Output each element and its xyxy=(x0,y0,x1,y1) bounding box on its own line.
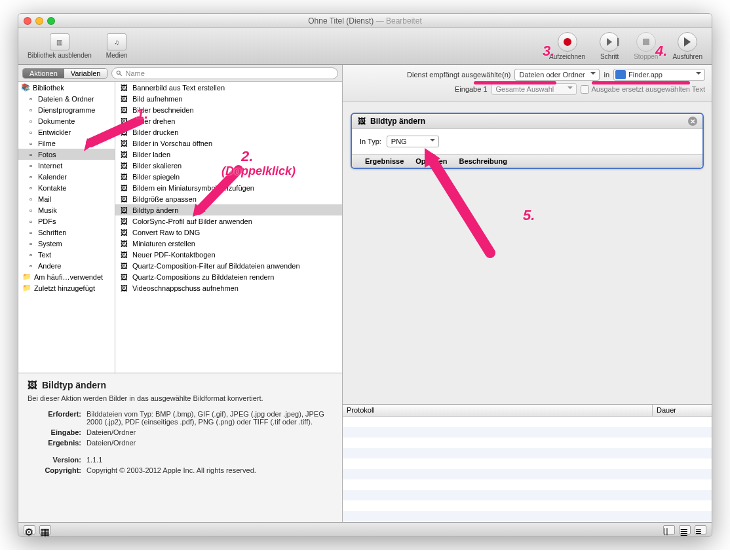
action-item[interactable]: 🖼Videoschnappschuss aufnehmen xyxy=(115,282,342,293)
smart-folder-item[interactable]: 📁Zuletzt hinzugefügt xyxy=(18,282,115,293)
card-tab-description[interactable]: Beschreibung xyxy=(459,157,507,165)
action-item[interactable]: 🖼Bilder skalieren xyxy=(115,160,342,171)
hide-library-button[interactable]: ▥ Bibliothek ausblenden xyxy=(25,32,94,60)
action-card-bildtyp[interactable]: ▼ 🖼 Bildtyp ändern ✕ In Typ: PNG Ergebni… xyxy=(351,113,704,169)
category-item[interactable]: ▫Schriften xyxy=(18,227,115,238)
category-item[interactable]: ▫Internet xyxy=(18,160,115,171)
category-item[interactable]: ▫Filme xyxy=(18,138,115,149)
input1-popup[interactable]: Gesamte Auswahl xyxy=(491,83,577,95)
library-icon: ▥ xyxy=(50,33,69,50)
svg-line-1 xyxy=(120,73,122,75)
action-item[interactable]: 🖼Quartz-Composition-Filter auf Bilddatei… xyxy=(115,260,342,271)
service-in-label: in xyxy=(604,71,609,79)
action-item[interactable]: 🖼Bild aufnehmen xyxy=(115,93,342,104)
category-list[interactable]: ▼📚Bibliothek ▫Dateien & Ordner▫Dienstpro… xyxy=(18,82,115,373)
titlebar: Ohne Titel (Dienst) — Bearbeitet xyxy=(18,14,712,28)
action-item[interactable]: 🖼Bilder laden xyxy=(115,149,342,160)
title-suffix: — Bearbeitet xyxy=(376,16,422,26)
action-item-icon: 🖼 xyxy=(119,272,128,282)
category-item[interactable]: ▫Kontakte xyxy=(18,182,115,193)
title-paren: (Dienst) xyxy=(346,16,374,26)
category-item[interactable]: ▫Mail xyxy=(18,193,115,204)
log-col-duration[interactable]: Dauer xyxy=(653,405,712,416)
category-item[interactable]: ▫Dienstprogramme xyxy=(18,104,115,115)
action-item[interactable]: 🖼Convert Raw to DNG xyxy=(115,227,342,238)
library-pane: Aktionen Variablen Name ▼📚Bibliothek ▫Da… xyxy=(18,65,343,522)
outline-icon[interactable]: ≡ xyxy=(695,525,706,534)
library-tab-segmented[interactable]: Aktionen Variablen xyxy=(22,68,107,79)
action-item[interactable]: 🖼Bilder drucken xyxy=(115,126,342,138)
category-icon: ▫ xyxy=(26,139,35,148)
info-version-label: Version: xyxy=(28,456,81,464)
action-item[interactable]: 🖼Bannerbild aus Text erstellen xyxy=(115,82,342,93)
list-icon[interactable]: ≣ xyxy=(679,525,691,534)
disclosure-icon[interactable]: ▼ xyxy=(357,117,364,125)
action-item-icon: 🖼 xyxy=(119,206,128,215)
media-button[interactable]: ♫ Medien xyxy=(104,32,130,60)
category-item[interactable]: ▫Text xyxy=(18,249,115,260)
action-card-title: Bildtyp ändern xyxy=(370,117,425,126)
info-description: Bei dieser Aktion werden Bilder in das a… xyxy=(28,394,333,402)
step-icon xyxy=(607,38,612,46)
action-item[interactable]: 🖼Neuer PDF-Kontaktbogen xyxy=(115,249,342,260)
record-button[interactable]: Aufzeichnen xyxy=(547,31,588,62)
play-icon xyxy=(684,37,691,47)
card-tab-results[interactable]: Ergebnisse xyxy=(365,157,404,165)
card-tab-options[interactable]: Optionen xyxy=(415,157,447,165)
action-close-button[interactable]: ✕ xyxy=(688,117,697,126)
action-item[interactable]: 🖼Bilder spiegeln xyxy=(115,171,342,182)
columns-icon[interactable]: ⦀ xyxy=(663,525,675,534)
action-item[interactable]: 🖼Bildgröße anpassen xyxy=(115,193,342,204)
category-item[interactable]: ▫Fotos xyxy=(18,149,115,160)
step-button[interactable]: Schritt xyxy=(597,31,622,62)
category-icon: ▫ xyxy=(26,228,35,237)
folder-icon: 📁 xyxy=(22,272,31,282)
info-copyright-value: Copyright © 2003-2012 Apple Inc. All rig… xyxy=(86,466,333,474)
action-item-icon: 🖼 xyxy=(119,128,128,137)
run-button[interactable]: Ausführen xyxy=(670,31,705,62)
stop-icon xyxy=(643,39,649,45)
log-col-protocol[interactable]: Protokoll xyxy=(343,405,653,416)
action-item[interactable]: 🖼Bildern ein Miniatursymbol hinzufügen xyxy=(115,182,342,193)
action-list[interactable]: 🖼Bannerbild aus Text erstellen🖼Bild aufn… xyxy=(115,82,342,373)
action-item[interactable]: 🖼Bildtyp ändern xyxy=(115,204,342,215)
category-item[interactable]: ▫Entwickler xyxy=(18,126,115,138)
category-item[interactable]: ▫Andere xyxy=(18,260,115,271)
action-item[interactable]: 🖼Bilder in Vorschau öffnen xyxy=(115,138,342,149)
record-label: Aufzeichnen xyxy=(549,53,585,60)
category-icon: ▫ xyxy=(26,172,35,181)
info-input-label: Eingabe: xyxy=(28,428,81,436)
folder-icon: 📁 xyxy=(22,284,31,293)
action-item-icon: 🖼 xyxy=(119,261,128,271)
category-item[interactable]: ▫System xyxy=(18,238,115,249)
category-item[interactable]: ▫Dateien & Ordner xyxy=(18,93,115,104)
library-root[interactable]: ▼📚Bibliothek xyxy=(18,82,115,93)
category-item[interactable]: ▫Kalender xyxy=(18,171,115,182)
log-body xyxy=(343,417,712,522)
receives-popup[interactable]: Dateien oder Ordner xyxy=(514,69,600,81)
category-icon: ▫ xyxy=(26,261,35,271)
action-item[interactable]: 🖼Bilder drehen xyxy=(115,115,342,126)
search-input[interactable]: Name xyxy=(111,67,338,79)
category-item[interactable]: ▫Musik xyxy=(18,204,115,215)
tab-actions[interactable]: Aktionen xyxy=(23,69,64,78)
action-item-icon: 🖼 xyxy=(119,172,128,181)
action-item[interactable]: 🖼Bilder beschneiden xyxy=(115,104,342,115)
smart-folder-item[interactable]: 📁Am häufi…verwendet xyxy=(18,271,115,282)
type-popup[interactable]: PNG xyxy=(387,136,439,147)
view-icon[interactable]: ▦ xyxy=(39,525,51,534)
field-label: In Typ: xyxy=(360,138,381,145)
tab-variables[interactable]: Variablen xyxy=(64,69,107,78)
category-item[interactable]: ▫PDFs xyxy=(18,215,115,227)
category-item[interactable]: ▫Dokumente xyxy=(18,115,115,126)
step-label: Schritt xyxy=(600,53,619,60)
output-replaces-checkbox[interactable]: Ausgabe ersetzt ausgewählten Text xyxy=(581,85,705,94)
workflow-canvas[interactable]: ▼ 🖼 Bildtyp ändern ✕ In Typ: PNG Ergebni… xyxy=(343,102,712,404)
gear-icon[interactable]: ⚙ xyxy=(24,525,35,534)
action-item[interactable]: 🖼Quartz-Compositions zu Bilddateien rend… xyxy=(115,271,342,282)
output-replaces-input[interactable] xyxy=(581,85,589,94)
action-item[interactable]: 🖼ColorSync-Profil auf Bilder anwenden xyxy=(115,215,342,227)
application-popup[interactable]: Finder.app xyxy=(613,69,705,81)
action-item[interactable]: 🖼Miniaturen erstellen xyxy=(115,238,342,249)
search-icon xyxy=(116,70,123,77)
